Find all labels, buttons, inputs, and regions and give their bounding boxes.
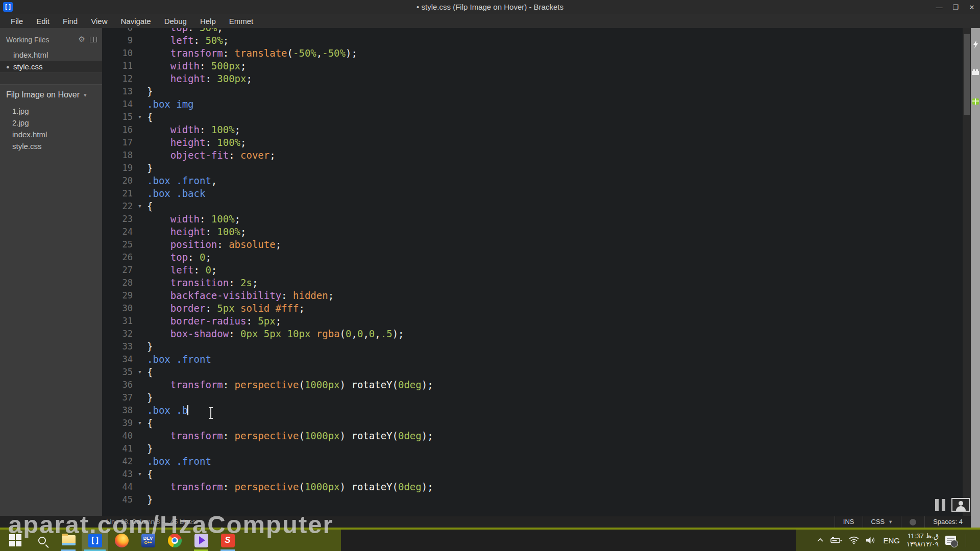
code-line-13[interactable]: 13} bbox=[102, 85, 963, 98]
code-editor[interactable]: 8 top: 50%;9 left: 50%;10 transform: tra… bbox=[102, 28, 971, 516]
action-center-icon[interactable] bbox=[945, 536, 956, 545]
code-line-16[interactable]: 16 width: 100%; bbox=[102, 123, 963, 136]
menu-find[interactable]: Find bbox=[56, 14, 84, 28]
status-dot-icon bbox=[910, 519, 916, 525]
code-line-22[interactable]: 22▼{ bbox=[102, 200, 963, 213]
scrollbar[interactable] bbox=[963, 28, 971, 516]
extension-updates-icon[interactable] bbox=[972, 98, 979, 105]
code-line-19[interactable]: 19} bbox=[102, 162, 963, 174]
code-line-39[interactable]: 39▼{ bbox=[102, 417, 963, 430]
project-file-2.jpg[interactable]: 2.jpg bbox=[0, 117, 102, 129]
media-player[interactable] bbox=[188, 530, 214, 551]
code-line-38[interactable]: 38.box .b bbox=[102, 404, 963, 417]
fold-arrow-icon[interactable]: ▼ bbox=[133, 111, 147, 123]
dev-cpp[interactable]: DEVC++ bbox=[135, 530, 161, 551]
code-line-41[interactable]: 41} bbox=[102, 442, 963, 455]
code-line-25[interactable]: 25 position: absolute; bbox=[102, 238, 963, 251]
code-line-30[interactable]: 30 border: 5px solid #fff; bbox=[102, 302, 963, 315]
menu-view[interactable]: View bbox=[84, 14, 114, 28]
tray-expand-icon[interactable] bbox=[817, 538, 824, 543]
code-line-11[interactable]: 11 width: 500px; bbox=[102, 60, 963, 72]
code-line-40[interactable]: 40 transform: perspective(1000px) rotate… bbox=[102, 430, 963, 442]
start-button[interactable] bbox=[2, 530, 29, 551]
code-line-21[interactable]: 21.box .back bbox=[102, 187, 963, 200]
fold-arrow-icon[interactable]: ▼ bbox=[133, 417, 147, 430]
project-header[interactable]: Filp Image on Hover ▾ bbox=[0, 89, 102, 101]
menu-edit[interactable]: Edit bbox=[30, 14, 56, 28]
code-line-34[interactable]: 34.box .front bbox=[102, 353, 963, 366]
recorder-overlay bbox=[935, 498, 970, 512]
menu-file[interactable]: File bbox=[4, 14, 30, 28]
code-line-31[interactable]: 31 border-radius: 5px; bbox=[102, 315, 963, 328]
lint-status[interactable] bbox=[901, 516, 924, 528]
speaker-icon[interactable] bbox=[866, 536, 876, 544]
menu-navigate[interactable]: Navigate bbox=[114, 14, 157, 28]
code-line-17[interactable]: 17 height: 100%; bbox=[102, 136, 963, 149]
minimize-button[interactable]: — bbox=[931, 0, 947, 14]
webcam-frame-icon[interactable] bbox=[951, 498, 970, 512]
code-line-20[interactable]: 20.box .front, bbox=[102, 174, 963, 187]
overtype-toggle[interactable]: INS bbox=[835, 516, 863, 528]
split-view-icon[interactable] bbox=[90, 37, 97, 42]
code-line-33[interactable]: 33} bbox=[102, 340, 963, 353]
code-line-32[interactable]: 32 box-shadow: 0px 5px 10px rgba(0,0,0,.… bbox=[102, 328, 963, 340]
fold-arrow-icon[interactable]: ▼ bbox=[133, 468, 147, 481]
chrome[interactable] bbox=[161, 530, 188, 551]
code-text: } bbox=[147, 442, 153, 455]
code-line-23[interactable]: 23 width: 100%; bbox=[102, 213, 963, 226]
project-file-style.css[interactable]: style.css bbox=[0, 140, 102, 152]
indent-setting[interactable]: Spaces: 4 bbox=[924, 516, 971, 528]
menu-help[interactable]: Help bbox=[193, 14, 223, 28]
pause-icon[interactable] bbox=[935, 499, 945, 511]
file-explorer[interactable] bbox=[55, 530, 82, 551]
working-file-style.css[interactable]: ●style.css bbox=[0, 61, 102, 72]
firefox[interactable] bbox=[108, 530, 135, 551]
code-line-45[interactable]: 45} bbox=[102, 493, 963, 506]
code-line-37[interactable]: 37} bbox=[102, 391, 963, 404]
code-line-14[interactable]: 14.box img bbox=[102, 98, 963, 111]
code-line-28[interactable]: 28 transition: 2s; bbox=[102, 277, 963, 289]
line-number: 13 bbox=[102, 85, 133, 98]
code-line-36[interactable]: 36 transform: perspective(1000px) rotate… bbox=[102, 379, 963, 391]
code-line-9[interactable]: 9 left: 50%; bbox=[102, 34, 963, 47]
fold-gutter bbox=[133, 353, 147, 366]
fold-arrow-icon[interactable]: ▼ bbox=[133, 200, 147, 213]
code-line-18[interactable]: 18 object-fit: cover; bbox=[102, 149, 963, 162]
shareit[interactable]: S bbox=[214, 530, 241, 551]
brackets-app[interactable]: [] bbox=[82, 530, 108, 551]
code-line-15[interactable]: 15▼{ bbox=[102, 111, 963, 123]
code-line-42[interactable]: 42.box .front bbox=[102, 455, 963, 468]
close-button[interactable]: ✕ bbox=[964, 0, 980, 14]
extension-manager-icon[interactable] bbox=[972, 71, 979, 75]
show-desktop-button[interactable] bbox=[973, 530, 976, 551]
file-name: index.html bbox=[13, 51, 48, 59]
working-file-index.html[interactable]: index.html bbox=[0, 49, 102, 61]
code-line-24[interactable]: 24 height: 100%; bbox=[102, 226, 963, 238]
wifi-icon[interactable] bbox=[849, 536, 859, 544]
code-line-10[interactable]: 10 transform: translate(-50%,-50%); bbox=[102, 47, 963, 60]
project-file-1.jpg[interactable]: 1.jpg bbox=[0, 105, 102, 117]
fold-gutter bbox=[133, 72, 147, 85]
search-button[interactable] bbox=[29, 530, 55, 551]
language-selector[interactable]: CSS ▼ bbox=[863, 516, 901, 528]
gear-icon[interactable]: ⚙ bbox=[79, 36, 85, 43]
clock[interactable]: 11:37 ق.ظ ۱۳۹۸/۱۲/۰۹ bbox=[906, 532, 939, 548]
language-indicator[interactable]: ENG bbox=[883, 536, 900, 545]
code-line-35[interactable]: 35▼{ bbox=[102, 366, 963, 379]
battery-icon[interactable] bbox=[830, 537, 842, 544]
live-preview-icon[interactable] bbox=[972, 40, 979, 48]
maximize-button[interactable]: ❐ bbox=[947, 0, 964, 14]
code-line-43[interactable]: 43▼{ bbox=[102, 468, 963, 481]
code-line-27[interactable]: 27 left: 0; bbox=[102, 264, 963, 277]
fold-gutter bbox=[133, 264, 147, 277]
project-file-index.html[interactable]: index.html bbox=[0, 129, 102, 140]
code-line-29[interactable]: 29 backface-visibility: hidden; bbox=[102, 289, 963, 302]
code-line-12[interactable]: 12 height: 300px; bbox=[102, 72, 963, 85]
scrollbar-thumb[interactable] bbox=[964, 34, 970, 115]
code-line-44[interactable]: 44 transform: perspective(1000px) rotate… bbox=[102, 481, 963, 493]
fold-arrow-icon[interactable]: ▼ bbox=[133, 366, 147, 379]
code-line-26[interactable]: 26 top: 0; bbox=[102, 251, 963, 264]
menu-emmet[interactable]: Emmet bbox=[223, 14, 260, 28]
menu-debug[interactable]: Debug bbox=[158, 14, 193, 28]
code-line-8[interactable]: 8 top: 50%; bbox=[102, 28, 963, 34]
